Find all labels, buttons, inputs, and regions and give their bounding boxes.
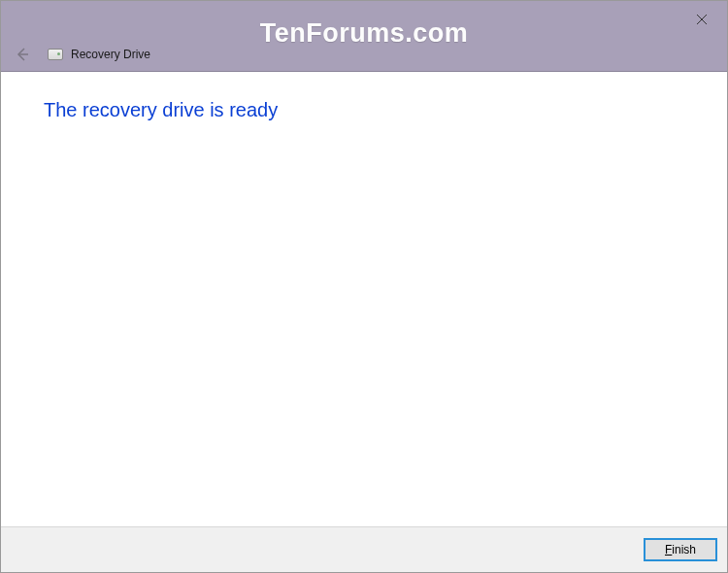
close-button[interactable]	[679, 6, 723, 33]
wizard-header: Recovery Drive	[1, 37, 727, 72]
close-icon	[697, 15, 707, 24]
header-title: Recovery Drive	[71, 48, 150, 61]
drive-icon	[48, 49, 63, 60]
finish-button[interactable]: Finish	[644, 538, 717, 561]
page-heading: The recovery drive is ready	[44, 99, 684, 121]
back-button	[11, 43, 34, 66]
window-titlebar	[1, 1, 727, 37]
wizard-content: The recovery drive is ready	[1, 72, 727, 528]
back-arrow-icon	[15, 47, 30, 62]
wizard-footer: Finish	[1, 526, 727, 572]
